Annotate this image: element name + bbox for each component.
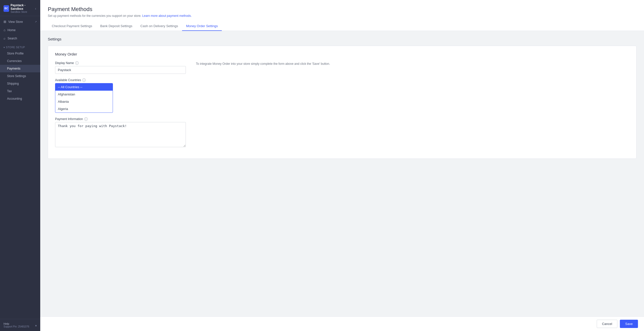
card-right-text: To integrate Money Order into your store…	[196, 62, 629, 66]
sidebar-item-store-profile[interactable]: Store Profile	[0, 50, 40, 57]
country-option-afghanistan[interactable]: Afghanistan	[55, 91, 113, 98]
sidebar-navigation: ⊞ View Store ↗ ⌂ Home ⌕ Search ▾ Store S…	[0, 16, 40, 319]
payment-info-label: Payment Information i	[55, 117, 186, 121]
search-icon: ⌕	[4, 36, 6, 40]
settings-section-title: Settings	[48, 37, 636, 41]
country-option-albania[interactable]: Albania	[55, 98, 113, 105]
display-name-group: Display Name i	[55, 61, 186, 74]
collapse-button[interactable]: ‹	[34, 6, 37, 11]
sidebar-item-label: Home	[8, 28, 16, 32]
display-name-input[interactable]	[55, 66, 186, 74]
section-label: Store Setup	[6, 46, 25, 49]
help-block: Help Support Pin: 25481076	[4, 322, 29, 328]
cancel-button[interactable]: Cancel	[597, 320, 617, 328]
page-title: Payment Methods	[48, 6, 636, 13]
sidebar-item-view-store[interactable]: ⊞ View Store ↗	[0, 18, 40, 26]
display-name-label: Display Name i	[55, 61, 186, 65]
save-button[interactable]: Save	[620, 320, 638, 328]
tab-bar: Checkout Payment Settings Bank Deposit S…	[48, 22, 636, 31]
page-subtitle: Set up payment methods for the currencie…	[48, 14, 636, 18]
page-header: Payment Methods Set up payment methods f…	[40, 0, 644, 31]
card-right: To integrate Money Order into your store…	[196, 52, 629, 152]
country-option-algeria[interactable]: Algeria	[55, 105, 113, 113]
tab-checkout[interactable]: Checkout Payment Settings	[48, 22, 96, 31]
country-select-wrapper: -- All Countries -- Afghanistan Albania …	[55, 83, 186, 113]
logo-area: BC Paystack - Sandbox Sandbox Store	[4, 4, 34, 13]
sidebar: BC Paystack - Sandbox Sandbox Store ‹ ⊞ …	[0, 0, 40, 331]
store-icon: ⊞	[4, 20, 6, 24]
money-order-card: Money Order Display Name i Available Cou…	[48, 46, 636, 159]
tab-bank-deposit[interactable]: Bank Deposit Settings	[96, 22, 136, 31]
chevron-icon: ▾	[4, 46, 5, 49]
external-link-icon: ↗	[35, 20, 37, 23]
display-name-info-icon: i	[75, 61, 79, 65]
payment-info-icon: i	[84, 117, 88, 121]
main-content: Payment Methods Set up payment methods f…	[40, 0, 644, 331]
sidebar-item-search[interactable]: ⌕ Search	[0, 34, 40, 42]
learn-more-link[interactable]: Learn more about payment methods.	[142, 14, 192, 18]
home-icon: ⌂	[4, 28, 6, 32]
store-subtitle: Sandbox Store	[11, 11, 34, 13]
sidebar-footer: Help Support Pin: 25481076 ▴	[0, 319, 40, 331]
tab-money-order[interactable]: Money Order Settings	[182, 22, 222, 31]
sidebar-header: BC Paystack - Sandbox Sandbox Store ‹	[0, 0, 40, 16]
sidebar-item-shipping[interactable]: Shipping	[0, 80, 40, 87]
available-countries-group: Available Countries i -- All Countries -…	[55, 78, 186, 113]
payment-info-group: Payment Information i Thank you for payi…	[55, 117, 186, 148]
action-bar: Cancel Save	[40, 316, 644, 331]
available-countries-info-icon: i	[82, 78, 86, 82]
tab-cash-on-delivery[interactable]: Cash on Delivery Settings	[136, 22, 182, 31]
card-heading: Money Order	[55, 52, 186, 56]
card-left: Money Order Display Name i Available Cou…	[55, 52, 186, 152]
payment-info-textarea[interactable]: Thank you for paying with Paystack!	[55, 122, 186, 147]
chevron-up-icon: ▴	[35, 323, 37, 327]
store-setup-group: ▾ Store Setup Store Profile Currencies P…	[0, 43, 40, 102]
country-option-all[interactable]: -- All Countries --	[55, 83, 113, 91]
sidebar-item-label: Search	[8, 37, 17, 40]
help-label: Help	[4, 322, 29, 325]
store-name-block: Paystack - Sandbox Sandbox Store	[11, 4, 34, 13]
sidebar-item-payments[interactable]: Payments	[0, 65, 40, 72]
sidebar-item-home[interactable]: ⌂ Home	[0, 26, 40, 34]
logo-icon: BC	[4, 5, 9, 12]
sidebar-item-store-settings[interactable]: Store Settings	[0, 72, 40, 80]
sidebar-item-tax[interactable]: Tax	[0, 87, 40, 95]
sidebar-item-accounting[interactable]: Accounting	[0, 95, 40, 102]
subtitle-text: Set up payment methods for the currencie…	[48, 14, 141, 18]
store-setup-header[interactable]: ▾ Store Setup	[0, 43, 40, 50]
available-countries-label: Available Countries i	[55, 78, 186, 82]
country-listbox[interactable]: -- All Countries -- Afghanistan Albania …	[55, 83, 113, 113]
store-title: Paystack - Sandbox	[11, 4, 34, 11]
support-pin: Support Pin: 25481076	[4, 325, 29, 328]
sidebar-item-label: View Store	[8, 20, 23, 24]
page-body: Settings Money Order Display Name i Avai…	[40, 31, 644, 165]
sidebar-item-currencies[interactable]: Currencies	[0, 57, 40, 65]
